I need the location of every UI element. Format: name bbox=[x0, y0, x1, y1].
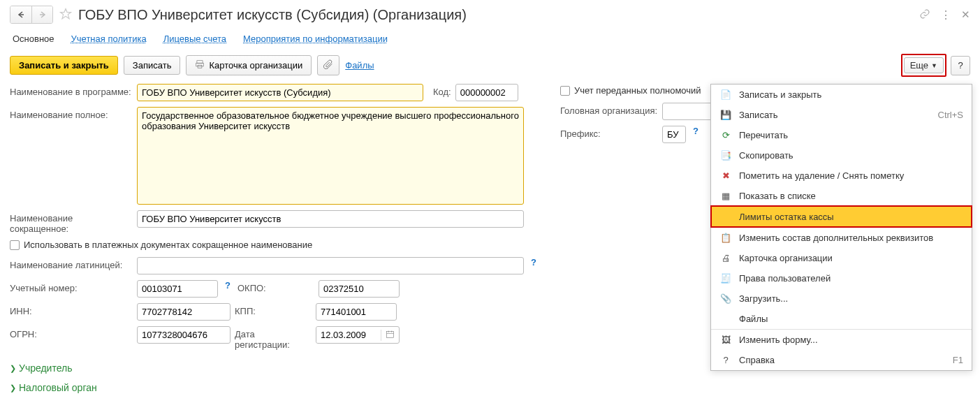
label-name-full: Наименование полное: bbox=[10, 107, 133, 120]
print-icon: 🖨 bbox=[719, 253, 732, 263]
tab-main[interactable]: Основное bbox=[13, 34, 54, 44]
menu-show-list[interactable]: ▦ Показать в списке bbox=[711, 186, 972, 206]
label-acc-number: Учетный номер: bbox=[10, 280, 133, 293]
rights-icon: 🧾 bbox=[719, 273, 732, 284]
nav-forward-button[interactable] bbox=[31, 6, 52, 23]
calendar-icon[interactable] bbox=[381, 330, 399, 341]
props-icon: 📋 bbox=[719, 233, 732, 243]
close-icon[interactable]: ✕ bbox=[961, 8, 970, 21]
more-label: Еще bbox=[910, 60, 928, 71]
menu-cash-limits[interactable]: Лимиты остатка кассы bbox=[711, 206, 972, 227]
label-code: Код: bbox=[433, 84, 451, 97]
favorite-star-icon[interactable] bbox=[59, 7, 73, 23]
label-prefix: Префикс: bbox=[560, 126, 658, 139]
label-name-latin: Наименование латиницей: bbox=[10, 257, 133, 270]
checkbox-use-short[interactable] bbox=[10, 240, 20, 250]
chevron-right-icon: ❯ bbox=[10, 364, 16, 373]
input-inn[interactable] bbox=[137, 303, 231, 321]
checkbox-delegated[interactable] bbox=[560, 86, 570, 96]
menu-org-card[interactable]: 🖨 Карточка организации bbox=[711, 248, 972, 268]
menu-save[interactable]: 💾 Записать Ctrl+S bbox=[711, 105, 972, 125]
input-okpo[interactable] bbox=[319, 280, 400, 298]
attach-button[interactable] bbox=[317, 55, 339, 75]
label-kpp: КПП: bbox=[235, 303, 312, 316]
input-reg-date[interactable] bbox=[316, 327, 381, 343]
link-icon[interactable] bbox=[919, 8, 930, 22]
more-button-highlight: Еще ▼ bbox=[901, 54, 946, 77]
tab-personal-accounts[interactable]: Лицевые счета bbox=[163, 34, 226, 44]
print-icon bbox=[195, 59, 205, 71]
form-icon: 🖼 bbox=[719, 335, 732, 345]
expander-founder-label: Учредитель bbox=[19, 362, 72, 374]
label-head-org: Головная организация: bbox=[560, 103, 658, 116]
help-acc-number[interactable]: ? bbox=[222, 280, 233, 291]
svg-rect-3 bbox=[196, 63, 204, 66]
copy-icon: 📑 bbox=[719, 150, 732, 161]
label-name-short: Наименование сокращенное: bbox=[10, 210, 133, 234]
files-link[interactable]: Файлы bbox=[345, 60, 374, 71]
label-use-short: Использовать в платежных документах сокр… bbox=[24, 240, 312, 250]
input-ogrn[interactable] bbox=[137, 326, 231, 344]
save-close-icon: 📄 bbox=[719, 89, 732, 100]
svg-rect-2 bbox=[197, 61, 203, 64]
org-card-button[interactable]: Карточка организации bbox=[186, 55, 312, 75]
menu-copy[interactable]: 📑 Скопировать bbox=[711, 145, 972, 166]
chevron-right-icon: ❯ bbox=[10, 383, 16, 393]
chevron-down-icon: ▼ bbox=[931, 62, 937, 69]
input-name-program[interactable] bbox=[137, 84, 423, 101]
input-code[interactable] bbox=[455, 84, 518, 101]
expander-tax[interactable]: ❯ Налоговый орган bbox=[0, 378, 980, 397]
menu-change-props[interactable]: 📋 Изменить состав дополнительных реквизи… bbox=[711, 227, 972, 248]
delete-mark-icon: ✖ bbox=[719, 170, 732, 181]
menu-load[interactable]: 📎 Загрузить... bbox=[711, 288, 972, 309]
label-okpo: ОКПО: bbox=[237, 280, 314, 293]
nav-back-button[interactable] bbox=[10, 6, 31, 23]
save-and-close-button[interactable]: Записать и закрыть bbox=[10, 56, 118, 75]
input-name-full[interactable] bbox=[137, 107, 524, 205]
label-inn: ИНН: bbox=[10, 303, 133, 316]
tab-accounting-policy[interactable]: Учетная политика bbox=[71, 34, 147, 44]
kebab-menu-icon[interactable]: ⋮ bbox=[940, 8, 951, 22]
paperclip-icon bbox=[323, 59, 333, 71]
menu-files[interactable]: Файлы bbox=[711, 309, 972, 329]
help-prefix[interactable]: ? bbox=[690, 126, 701, 136]
help-button[interactable]: ? bbox=[951, 56, 970, 75]
input-prefix[interactable] bbox=[662, 126, 686, 143]
menu-save-close[interactable]: 📄 Записать и закрыть bbox=[711, 85, 972, 105]
refresh-icon: ⟳ bbox=[719, 130, 732, 140]
input-kpp[interactable] bbox=[316, 303, 397, 321]
menu-user-rights[interactable]: 🧾 Права пользователей bbox=[711, 268, 972, 288]
label-name-program: Наименование в программе: bbox=[10, 84, 133, 97]
menu-reread[interactable]: ⟳ Перечитать bbox=[711, 125, 972, 145]
label-ogrn: ОГРН: bbox=[10, 326, 133, 339]
org-card-label: Карточка организации bbox=[209, 60, 302, 71]
input-name-latin[interactable] bbox=[137, 257, 524, 274]
floppy-icon: 💾 bbox=[719, 110, 732, 120]
label-reg-date: Дата регистрации: bbox=[235, 326, 312, 350]
tab-it-events[interactable]: Мероприятия по информатизации bbox=[243, 34, 388, 44]
more-button[interactable]: Еще ▼ bbox=[904, 57, 944, 73]
input-acc-number[interactable] bbox=[137, 280, 218, 298]
menu-change-form[interactable]: 🖼 Изменить форму... bbox=[711, 329, 972, 350]
menu-mark-delete[interactable]: ✖ Пометить на удаление / Снять пометку bbox=[711, 166, 972, 186]
more-dropdown: 📄 Записать и закрыть 💾 Записать Ctrl+S ⟳… bbox=[710, 84, 972, 371]
paperclip-icon: 📎 bbox=[719, 293, 732, 304]
save-button[interactable]: Записать bbox=[124, 56, 181, 75]
label-delegated: Учет переданных полномочий bbox=[574, 85, 701, 96]
page-title: ГОБУ ВПО Университет искусств (Субсидия)… bbox=[78, 7, 467, 23]
expander-tax-label: Налоговый орган bbox=[19, 382, 97, 393]
help-icon: ? bbox=[719, 355, 732, 365]
svg-rect-5 bbox=[387, 331, 394, 337]
menu-help[interactable]: ? Справка F1 bbox=[711, 350, 972, 370]
help-name-latin[interactable]: ? bbox=[528, 257, 539, 268]
input-name-short[interactable] bbox=[137, 210, 524, 228]
list-icon: ▦ bbox=[719, 191, 732, 201]
